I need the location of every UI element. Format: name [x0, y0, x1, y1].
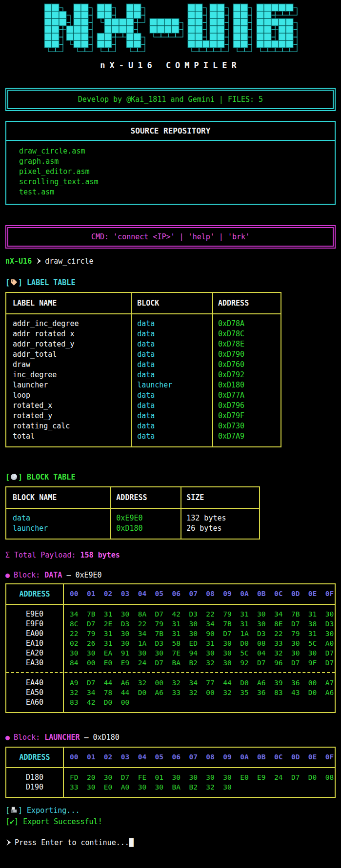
hex-row-address: E9E0 — [6, 609, 63, 619]
column-divider — [212, 293, 213, 446]
prompt-app-name: nX-U16 — [5, 257, 32, 266]
block-cell: data — [131, 339, 212, 349]
source-file-item: scrolling_text.asm — [19, 177, 335, 187]
hex-row-bytes: 34 7B 31 30 8A D7 42 D3 22 79 31 30 34 7… — [63, 609, 334, 619]
bracket-open: [ — [5, 817, 10, 826]
hex-row-bytes: A9 D7 44 A6 32 00 32 34 77 44 D0 A6 39 3… — [63, 678, 334, 688]
address-cell: 0xD77A — [212, 390, 281, 401]
developer-banner-text: Develop by @Kai_1811 and Gemini | FILES:… — [78, 95, 263, 104]
exporting-text: Exporting... — [27, 806, 80, 815]
label-table-title-text: LABEL TABLE — [27, 278, 75, 287]
shell-prompt: nX-U16draw_circle — [5, 256, 341, 268]
label-table-row: addr_inc_degree data 0xD78A — [6, 319, 281, 329]
label-table-title: [] LABEL TABLE — [5, 277, 341, 289]
block-cell: data — [131, 421, 212, 431]
hex-row-bytes: FD 20 30 D7 FE 01 30 30 30 30 E0 E9 24 D… — [63, 772, 334, 782]
block-table-header: BLOCK NAME ADDRESS SIZE — [6, 487, 259, 509]
hex-row-bytes: 33 30 E0 A0 30 30 BA B2 32 30 — [63, 782, 232, 792]
bracket-open: [ — [5, 278, 10, 287]
hex-row-bytes: 8C D7 2E D3 22 79 31 30 34 7B 31 30 8E D… — [63, 619, 334, 629]
block-cell: launcher — [131, 380, 212, 390]
developer-banner: Develop by @Kai_1811 and Gemini | FILES:… — [5, 88, 336, 111]
block-cell: data — [131, 360, 212, 370]
block-cell: data — [131, 431, 212, 442]
label-name-cell: inc_degree — [6, 370, 131, 380]
address-cell: 0xD180 — [212, 380, 281, 390]
block-name-cell: data — [6, 513, 110, 523]
data-hex-rows-tail: EA40 A9 D7 44 A6 32 00 32 34 77 44 D0 A6… — [6, 678, 335, 707]
block-cell: data — [131, 349, 212, 360]
address-cell: 0xD78E — [212, 339, 281, 349]
label-table-row: addr_total data 0xD790 — [6, 349, 281, 360]
block-address-cell: 0xD180 — [110, 523, 180, 534]
column-divider — [110, 487, 111, 539]
header-label-name: LABEL NAME — [6, 293, 131, 313]
block-cell: data — [131, 370, 212, 380]
column-divider — [63, 748, 64, 797]
cmd-bar: CMD: 'connect <IP>' | 'help' | 'brk' — [5, 225, 336, 249]
hex-row: EA10 02 26 31 30 1A D3 58 ED 31 30 D0 08… — [6, 638, 335, 648]
chevron-right-icon — [36, 257, 42, 268]
hex-row: EA50 32 34 78 44 D0 A6 33 32 00 32 35 36… — [6, 688, 335, 697]
nx-u16-logo-graphic — [0, 3, 341, 52]
bullet-icon: ● — [5, 733, 10, 742]
block-table-row: launcher 0xD180 26 bytes — [6, 523, 259, 534]
source-file-list: draw_circle.asm graph.asm pixel_editor.a… — [6, 141, 335, 204]
hex-row-address: D190 — [6, 782, 63, 792]
hex-row: E9F0 8C D7 2E D3 22 79 31 30 34 7B 31 30… — [6, 619, 335, 629]
source-file-item: test.asm — [19, 187, 335, 197]
hex-row-address: EA20 — [6, 648, 63, 658]
exporting-status-line: [] Exporting... — [5, 806, 341, 817]
label-table-row: draw data 0xD760 — [6, 360, 281, 370]
continue-prompt[interactable]: Press Enter to continue...█ — [5, 838, 341, 849]
launcher-block-address: 0xD180 — [93, 733, 120, 742]
hex-row-address: EA30 — [6, 658, 63, 668]
export-success-text: Export Successful! — [23, 817, 102, 826]
source-file-name: draw_circle.asm — [19, 147, 85, 155]
hex-row: EA60 83 42 D0 00 — [6, 697, 335, 707]
column-divider — [181, 487, 181, 539]
data-hex-rows: E9E0 34 7B 31 30 8A D7 42 D3 22 79 31 30… — [6, 609, 335, 668]
block-table-row: data 0xE9E0 132 bytes — [6, 513, 259, 523]
header-block: BLOCK — [131, 293, 212, 313]
continue-text: Press Enter to continue... — [15, 838, 129, 847]
label-name-cell: rotated_y — [6, 411, 131, 421]
block-prefix: Block: — [14, 733, 40, 742]
label-name-cell: addr_total — [6, 349, 131, 360]
label-name-cell: addr_rotated_y — [6, 339, 131, 349]
total-payload-line: Σ Total Payload: 158 bytes — [5, 550, 341, 560]
label-table: LABEL NAME BLOCK ADDRESS addr_inc_degree… — [5, 292, 281, 447]
bracket-close: ] — [18, 806, 22, 815]
source-file-name: scrolling_text.asm — [19, 177, 99, 186]
label-name-cell: loop — [6, 390, 131, 401]
hex-dashed-separator — [6, 672, 335, 673]
hex-row-address: EA40 — [6, 678, 63, 688]
address-cell: 0xD78C — [212, 329, 281, 339]
bracket-open: [ — [5, 473, 10, 482]
column-divider — [131, 293, 132, 446]
data-hex-table: ADDRESS 00 01 02 03 04 05 06 07 08 09 0A… — [5, 583, 336, 713]
label-table-row: addr_rotated_x data 0xD78C — [6, 329, 281, 339]
label-name-cell: addr_rotated_x — [6, 329, 131, 339]
check-icon: ✔ — [10, 817, 14, 826]
launcher-block-name: LAUNCHER — [44, 733, 80, 742]
address-cell: 0xD730 — [212, 421, 281, 431]
hex-row: E9E0 34 7B 31 30 8A D7 42 D3 22 79 31 30… — [6, 609, 335, 619]
data-block-heading: ●Block: DATA — 0xE9E0 — [5, 570, 341, 580]
block-address-cell: 0xE9E0 — [110, 513, 180, 523]
address-cell: 0xD79F — [212, 411, 281, 421]
address-cell: 0xD760 — [212, 360, 281, 370]
label-table-row: loop data 0xD77A — [6, 390, 281, 401]
total-payload-label: Σ Total Payload: — [5, 551, 76, 559]
source-file-item: graph.asm — [19, 156, 335, 167]
column-divider — [63, 584, 64, 712]
hex-row-address: EA00 — [6, 629, 63, 638]
label-table-row: total data 0xD7A9 — [6, 431, 281, 442]
disc-icon — [10, 473, 18, 483]
hex-row: EA30 84 00 E0 E9 24 D7 BA B2 32 30 92 D7… — [6, 658, 335, 668]
terminal-cursor[interactable]: █ — [129, 838, 134, 847]
tag-icon — [10, 278, 18, 289]
label-table-row: launcher launcher 0xD180 — [6, 380, 281, 390]
dash-separator: — — [66, 571, 71, 579]
block-cell: data — [131, 401, 212, 411]
